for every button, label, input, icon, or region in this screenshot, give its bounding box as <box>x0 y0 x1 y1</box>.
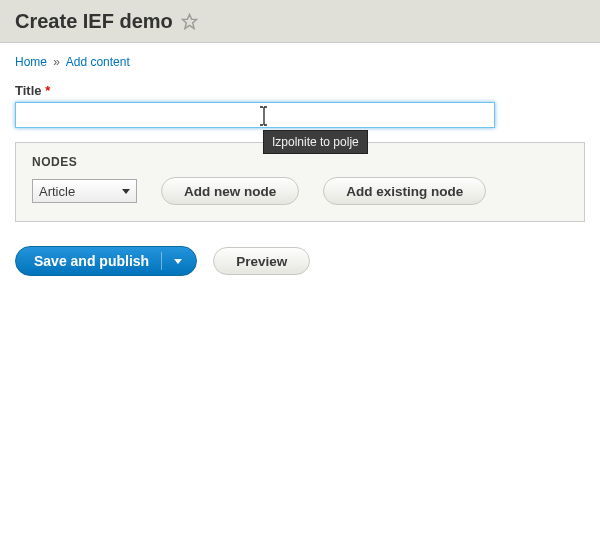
save-and-publish-label: Save and publish <box>34 253 149 269</box>
preview-button[interactable]: Preview <box>213 247 310 275</box>
add-new-node-button[interactable]: Add new node <box>161 177 299 205</box>
add-existing-node-button[interactable]: Add existing node <box>323 177 486 205</box>
page-title: Create IEF demo <box>15 10 173 33</box>
title-label: Title * <box>15 83 585 98</box>
content-area: Home » Add content Title * Izpolnite to … <box>0 43 600 288</box>
breadcrumb-home[interactable]: Home <box>15 55 47 69</box>
breadcrumb-current[interactable]: Add content <box>66 55 130 69</box>
chevron-down-icon <box>122 189 130 194</box>
nodes-legend: NODES <box>32 155 568 169</box>
node-type-selected: Article <box>39 184 75 199</box>
save-and-publish-button[interactable]: Save and publish <box>15 246 197 276</box>
nodes-fieldset: NODES Article Add new node Add existing … <box>15 142 585 222</box>
validation-tooltip: Izpolnite to polje <box>263 130 368 154</box>
form-actions: Save and publish Preview <box>15 246 585 276</box>
breadcrumb-separator: » <box>53 55 60 69</box>
title-label-text: Title <box>15 83 42 98</box>
star-icon[interactable] <box>181 13 198 30</box>
svg-marker-0 <box>182 14 196 28</box>
node-type-select[interactable]: Article <box>32 179 137 203</box>
button-divider <box>161 252 162 270</box>
page-header: Create IEF demo <box>0 0 600 43</box>
required-mark: * <box>45 83 50 98</box>
title-input[interactable] <box>15 102 495 128</box>
chevron-down-icon <box>174 259 182 264</box>
breadcrumb: Home » Add content <box>15 55 585 69</box>
